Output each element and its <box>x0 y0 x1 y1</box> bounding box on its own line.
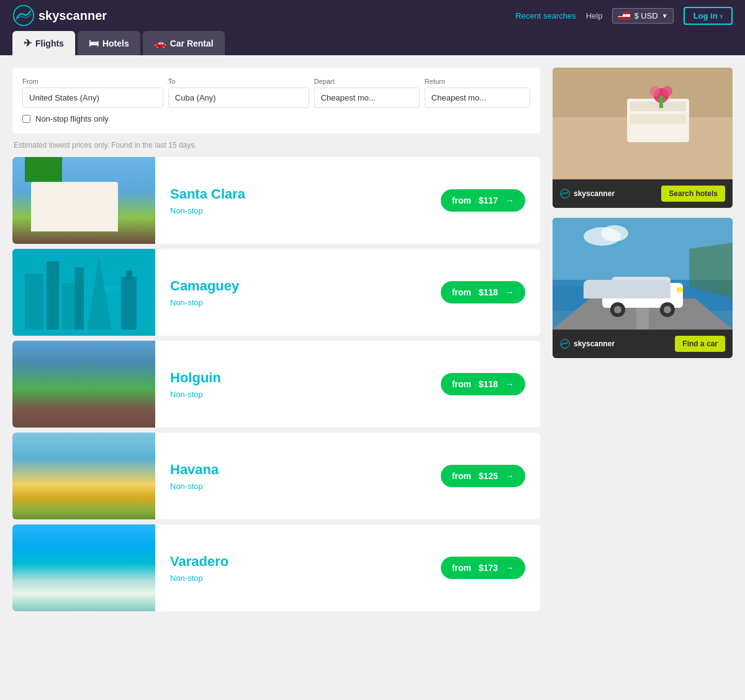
svg-rect-31 <box>677 287 683 292</box>
svg-rect-2 <box>25 274 43 330</box>
svg-point-0 <box>14 6 34 25</box>
svg-rect-26 <box>612 277 670 292</box>
currency-label: $ USD <box>634 11 657 20</box>
destination-card-santa-clara[interactable]: Santa Clara Non-stop from $117 → <box>12 157 540 244</box>
santa-clara-image <box>12 157 155 244</box>
car-ad-image: Need car rental? <box>553 218 733 330</box>
svg-point-19 <box>561 189 569 198</box>
svg-rect-7 <box>104 286 119 291</box>
havana-price-btn[interactable]: from $125 → <box>441 465 525 487</box>
havana-image <box>12 433 155 519</box>
svg-rect-18 <box>659 96 663 108</box>
logo-text: skyscanner <box>38 9 107 23</box>
holguin-price-btn[interactable]: from $118 → <box>441 373 525 395</box>
svg-point-34 <box>601 225 628 241</box>
car-svg <box>553 218 733 330</box>
camaguey-content: Camaguey Non-stop from $118 → <box>155 249 540 336</box>
right-panel: Need a Hotel? <box>553 68 733 616</box>
logo-icon <box>12 4 35 27</box>
svg-rect-13 <box>630 102 686 111</box>
return-input[interactable]: Cheapest mo... <box>425 88 530 108</box>
holguin-content: Holguin Non-stop from $118 → <box>155 341 540 428</box>
main-content: From United States (Any) To Cuba (Any) D… <box>0 55 745 629</box>
depart-field-group: Depart Cheapest mo... <box>314 78 420 108</box>
to-label: To <box>168 78 309 85</box>
hotel-logo-icon <box>560 189 570 199</box>
car-logo-icon <box>560 339 570 349</box>
varadero-price: $173 <box>479 563 498 573</box>
varadero-price-btn[interactable]: from $173 → <box>441 557 525 579</box>
camaguey-price: $118 <box>479 287 498 297</box>
search-fields: From United States (Any) To Cuba (Any) D… <box>22 78 530 108</box>
varadero-content: Varadero Non-stop from $173 → <box>155 524 540 611</box>
help-link[interactable]: Help <box>586 11 603 20</box>
svg-point-28 <box>614 306 621 313</box>
tab-car-rental[interactable]: 🚗 Car Rental <box>143 31 225 55</box>
return-label: Return <box>425 78 530 85</box>
holguin-arrow: → <box>505 379 514 389</box>
svg-point-35 <box>561 339 569 348</box>
tab-flights[interactable]: ✈ Flights <box>12 31 75 55</box>
santa-clara-arrow: → <box>505 195 514 205</box>
tab-hotels[interactable]: 🛏 Hotels <box>78 31 140 55</box>
search-hotels-button[interactable]: Search hotels <box>661 186 725 202</box>
camaguey-svg <box>12 249 155 336</box>
havana-content: Havana Non-stop from $125 → <box>155 433 540 519</box>
destination-card-camaguey[interactable]: Camaguey Non-stop from $118 → <box>12 249 540 336</box>
depart-label: Depart <box>314 78 420 85</box>
camaguey-price-btn[interactable]: from $118 → <box>441 281 525 303</box>
hotel-ad-footer: skyscanner Search hotels <box>553 179 733 208</box>
holguin-price: $118 <box>479 379 498 389</box>
search-form: From United States (Any) To Cuba (Any) D… <box>12 68 540 133</box>
varadero-arrow: → <box>505 563 514 573</box>
currency-chevron-icon: ▼ <box>662 12 668 19</box>
svg-rect-9 <box>126 271 132 280</box>
car-ad-footer: skyscanner Find a car <box>553 330 733 358</box>
svg-point-16 <box>650 86 660 96</box>
svg-rect-14 <box>630 114 686 123</box>
nonstop-checkbox[interactable] <box>22 115 30 123</box>
destination-card-holguin[interactable]: Holguin Non-stop from $118 → <box>12 341 540 428</box>
hotel-svg <box>553 68 733 179</box>
santa-clara-price: $117 <box>479 195 498 205</box>
logo: skyscanner <box>12 4 107 27</box>
destination-card-varadero[interactable]: Varadero Non-stop from $173 → <box>12 524 540 611</box>
holguin-price-label: from <box>452 379 471 389</box>
car-icon: 🚗 <box>154 37 166 49</box>
havana-arrow: → <box>505 471 514 481</box>
varadero-image <box>12 524 155 611</box>
santa-clara-price-label: from <box>452 195 471 205</box>
hotel-ad-logo-text: skyscanner <box>574 189 615 198</box>
varadero-price-label: from <box>452 563 471 573</box>
hotel-ad-image: Need a Hotel? <box>553 68 733 179</box>
car-rental-ad-card: Need car rental? <box>553 218 733 358</box>
camaguey-arrow: → <box>505 287 514 297</box>
from-input[interactable]: United States (Any) <box>22 88 163 108</box>
car-ad-logo: skyscanner <box>560 339 615 349</box>
flag-icon <box>618 11 630 20</box>
depart-input[interactable]: Cheapest mo... <box>314 88 420 108</box>
tab-flights-label: Flights <box>35 38 64 48</box>
camaguey-price-label: from <box>452 287 471 297</box>
hotel-ad-card: Need a Hotel? <box>553 68 733 208</box>
nonstop-checkbox-row[interactable]: Non-stop flights only <box>22 114 530 123</box>
chevron-right-icon: › <box>720 11 723 20</box>
santa-clara-price-btn[interactable]: from $117 → <box>441 189 525 212</box>
tab-car-label: Car Rental <box>170 38 214 48</box>
camaguey-image <box>12 249 155 336</box>
find-car-button[interactable]: Find a car <box>675 336 725 352</box>
login-button[interactable]: Log in › <box>684 7 733 25</box>
header: skyscanner Recent searches Help $ USD ▼ … <box>0 0 745 31</box>
recent-searches-link[interactable]: Recent searches <box>515 11 576 20</box>
destinations-list: Santa Clara Non-stop from $117 → <box>12 157 540 611</box>
to-field-group: To Cuba (Any) <box>168 78 309 108</box>
currency-selector[interactable]: $ USD ▼ <box>612 8 673 24</box>
destination-card-havana[interactable]: Havana Non-stop from $125 → <box>12 433 540 519</box>
left-panel: From United States (Any) To Cuba (Any) D… <box>12 68 540 616</box>
svg-rect-3 <box>47 261 59 330</box>
login-label: Log in <box>693 11 718 20</box>
return-field-group: Return Cheapest mo... <box>425 78 530 108</box>
havana-price: $125 <box>479 471 498 481</box>
car-ad-logo-text: skyscanner <box>574 339 615 348</box>
to-input[interactable]: Cuba (Any) <box>168 88 309 108</box>
